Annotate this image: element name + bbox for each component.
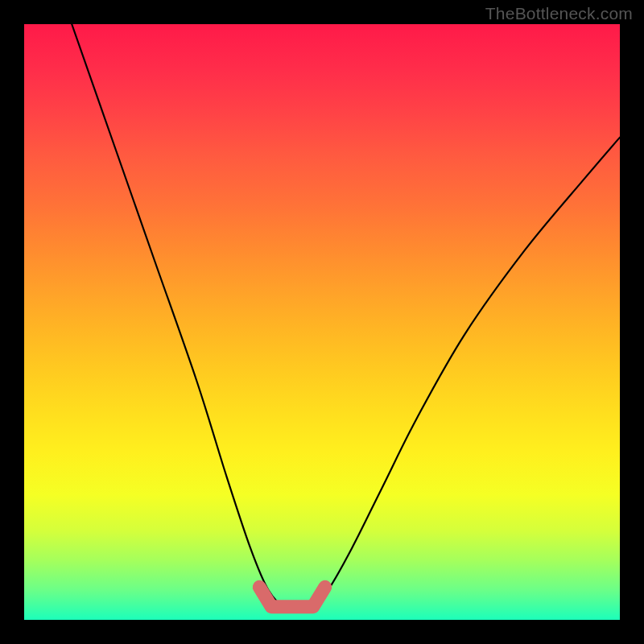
watermark-text: TheBottleneck.com (485, 4, 633, 23)
curve-layer (24, 24, 620, 620)
plot-area (24, 24, 620, 620)
bottleneck-curve (72, 24, 620, 610)
chart-frame: TheBottleneck.com (0, 0, 644, 644)
